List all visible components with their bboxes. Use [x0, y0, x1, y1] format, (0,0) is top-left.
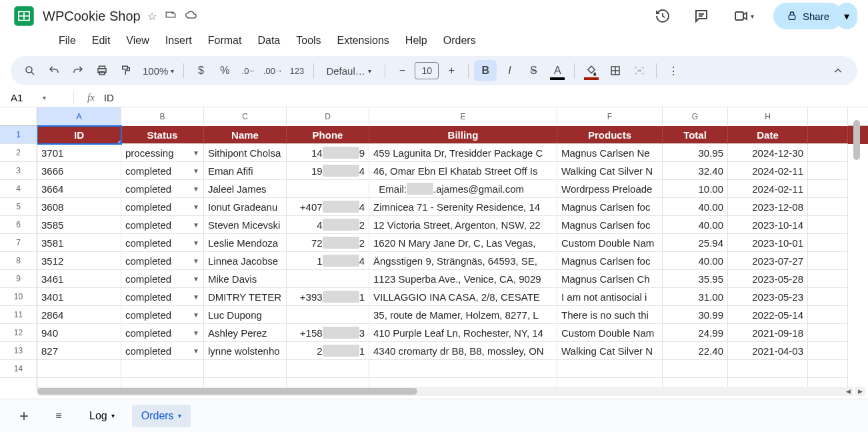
row-header[interactable]: 10 — [0, 288, 37, 306]
menu-format[interactable]: Format — [201, 32, 249, 49]
font-dropdown[interactable]: Defaul…▾ — [319, 65, 379, 77]
horizontal-scrollbar[interactable] — [37, 387, 851, 396]
cell[interactable]: +3931 — [287, 288, 369, 306]
dropdown-icon[interactable]: ▼ — [193, 275, 199, 283]
formula-bar[interactable]: ID — [104, 92, 114, 103]
cell[interactable]: 3664 — [37, 180, 121, 198]
cell[interactable]: 46, Omar Ebn El Khatab Street Off Is — [369, 162, 557, 180]
increase-decimal-icon[interactable]: .00→ — [261, 60, 284, 81]
cell[interactable] — [808, 144, 848, 162]
scroll-left-icon[interactable]: ◀ — [843, 387, 853, 396]
menu-insert[interactable]: Insert — [159, 32, 199, 49]
cell[interactable]: 940 — [37, 324, 121, 342]
cell[interactable] — [808, 180, 848, 198]
select-all-corner[interactable] — [0, 107, 37, 126]
cell[interactable]: 25.94 — [663, 234, 728, 252]
cell[interactable]: 40.00 — [663, 216, 728, 234]
cell[interactable]: Ängsstigen 9, Strängnäs, 64593, SE, — [369, 252, 557, 270]
row-header[interactable]: 3 — [0, 162, 37, 180]
dropdown-icon[interactable]: ▼ — [193, 185, 199, 193]
column-header[interactable]: H — [728, 107, 808, 126]
cell[interactable] — [808, 252, 848, 270]
cell[interactable]: 2024-02-11 — [728, 180, 808, 198]
cell[interactable]: 30.99 — [663, 306, 728, 324]
history-icon[interactable] — [649, 3, 676, 29]
cell[interactable]: completed▼ — [121, 306, 204, 324]
cell[interactable]: completed▼ — [121, 252, 204, 270]
cell[interactable]: 194 — [287, 162, 369, 180]
cell[interactable]: 2022-05-14 — [728, 306, 808, 324]
share-button[interactable]: Share — [773, 3, 843, 29]
cell[interactable]: 3461 — [37, 270, 121, 288]
cell[interactable]: Walking Cat Silver N — [557, 162, 663, 180]
cell[interactable]: 31.00 — [663, 288, 728, 306]
cell[interactable]: completed▼ — [121, 288, 204, 306]
cell[interactable]: Email: .ajames@gmail.com — [369, 180, 557, 198]
decrease-decimal-icon[interactable]: .0← — [237, 60, 260, 81]
cell[interactable]: completed▼ — [121, 234, 204, 252]
column-header[interactable]: E — [369, 107, 557, 126]
menu-orders[interactable]: Orders — [437, 32, 483, 49]
cell[interactable]: 2023-05-28 — [728, 270, 808, 288]
menu-help[interactable]: Help — [399, 32, 434, 49]
cell[interactable]: Custom Double Nam — [557, 324, 663, 342]
cell[interactable] — [287, 306, 369, 324]
cell[interactable] — [808, 324, 848, 342]
cell[interactable]: completed▼ — [121, 180, 204, 198]
share-dropdown[interactable]: ▾ — [836, 3, 857, 29]
decrease-font-icon[interactable]: − — [391, 60, 413, 81]
cell[interactable]: 14 — [287, 252, 369, 270]
more-icon[interactable]: ⋮ — [662, 60, 685, 81]
row-header[interactable]: 12 — [0, 324, 37, 342]
header-cell[interactable]: Name — [204, 126, 287, 144]
sheet-tab-log[interactable]: Log▾ — [80, 405, 124, 427]
cell[interactable]: Steven Micevski — [204, 216, 287, 234]
cell[interactable]: 1123 Superba Ave., Venice, CA, 9029 — [369, 270, 557, 288]
cell[interactable] — [808, 306, 848, 324]
cell[interactable]: Sithipont Cholsa — [204, 144, 287, 162]
cell[interactable]: 3581 — [37, 234, 121, 252]
menu-edit[interactable]: Edit — [85, 32, 117, 49]
column-header[interactable]: A — [37, 107, 121, 126]
bold-button[interactable]: B — [474, 60, 497, 81]
cell[interactable]: 30.95 — [663, 144, 728, 162]
cell[interactable]: Magnus Carlsen foc — [557, 216, 663, 234]
cell[interactable]: 2023-10-01 — [728, 234, 808, 252]
cell[interactable]: Zimnicea 71 - Serenity Residence, 14 — [369, 198, 557, 216]
comment-icon[interactable] — [688, 3, 715, 29]
cell[interactable]: 2024-02-11 — [728, 162, 808, 180]
cell[interactable]: 2023-10-14 — [728, 216, 808, 234]
search-icon[interactable] — [19, 60, 41, 81]
cell[interactable]: completed▼ — [121, 342, 204, 360]
row-header[interactable]: 4 — [0, 180, 37, 198]
cell[interactable]: 2023-12-08 — [728, 198, 808, 216]
dropdown-icon[interactable]: ▼ — [193, 293, 199, 301]
cell[interactable]: 3401 — [37, 288, 121, 306]
menu-data[interactable]: Data — [251, 32, 287, 49]
cell[interactable]: 2023-07-27 — [728, 252, 808, 270]
column-header[interactable]: G — [663, 107, 728, 126]
cell[interactable]: 32.40 — [663, 162, 728, 180]
cell[interactable] — [808, 234, 848, 252]
percent-icon[interactable]: % — [213, 60, 236, 81]
cell[interactable] — [808, 270, 848, 288]
header-cell[interactable]: Phone — [287, 126, 369, 144]
row-header[interactable]: 2 — [0, 144, 37, 162]
cell[interactable]: Magnus Carlsen foc — [557, 198, 663, 216]
collapse-toolbar-icon[interactable] — [827, 60, 849, 81]
cell[interactable]: Ashley Perez — [204, 324, 287, 342]
document-title[interactable]: WPCookie Shop — [43, 9, 141, 24]
zoom-dropdown[interactable]: 100%▾ — [139, 65, 178, 77]
cell[interactable]: 24.99 — [663, 324, 728, 342]
row-header[interactable]: 8 — [0, 252, 37, 270]
strikethrough-button[interactable]: S — [522, 60, 545, 81]
print-icon[interactable] — [91, 60, 113, 81]
more-formats-icon[interactable]: 123 — [285, 60, 308, 81]
header-cell[interactable]: Status — [121, 126, 204, 144]
cell[interactable]: 4340 cromarty dr B8, B8, mossley, ON — [369, 342, 557, 360]
header-cell[interactable]: ID — [37, 126, 121, 144]
sheet-tab-orders[interactable]: Orders▾ — [132, 405, 191, 427]
cell[interactable]: 459 Lagunita Dr, Tresidder Package C — [369, 144, 557, 162]
cell[interactable]: Custom Double Nam — [557, 234, 663, 252]
cell[interactable]: Eman Afifi — [204, 162, 287, 180]
